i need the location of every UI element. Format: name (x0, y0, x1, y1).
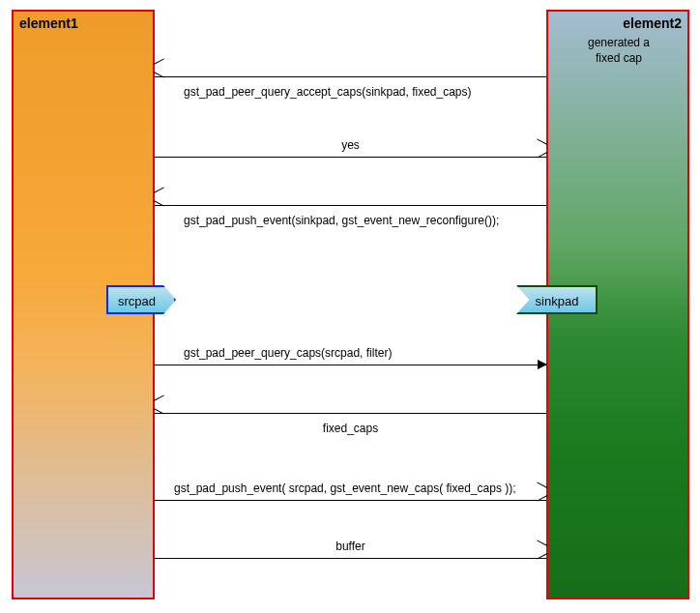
arrowhead-right-filled-icon (538, 360, 547, 369)
message-reconfigure: gst_pad_push_event(sinkpad, gst_event_ne… (155, 179, 546, 206)
note-line2: fixed cap (596, 51, 642, 65)
arrowhead-left-icon (154, 68, 165, 77)
arrow-line (155, 365, 546, 365)
arrow-line (155, 413, 546, 414)
pad-sink-label: sinkpad (536, 294, 579, 308)
arrow-line (155, 205, 546, 206)
message-yes: yes (155, 131, 546, 158)
arrowhead-left-icon (154, 404, 165, 414)
arrowhead-right-icon (536, 148, 547, 158)
lifeline-title-left: element1 (19, 15, 78, 31)
arrowhead-right-icon (536, 549, 547, 559)
message-fixed-caps: fixed_caps (155, 387, 546, 414)
pad-src-label: srcpad (118, 294, 156, 308)
pad-sinkpad: sinkpad (516, 285, 598, 314)
message-new-caps: gst_pad_push_event( srcpad, gst_event_ne… (155, 474, 546, 501)
arrow-line (155, 76, 546, 77)
arrow-line (155, 157, 546, 158)
note-generated-fixed-cap: generated a fixed cap (567, 35, 671, 66)
message-label: gst_pad_push_event( srcpad, gst_event_ne… (174, 482, 516, 495)
message-query-caps: gst_pad_peer_query_caps(srcpad, filter) (155, 338, 546, 365)
message-label: gst_pad_push_event(sinkpad, gst_event_ne… (184, 214, 499, 227)
arrowhead-right-icon (536, 491, 547, 501)
message-label: gst_pad_peer_query_accept_caps(sinkpad, … (184, 85, 472, 99)
sequence-diagram: element1 element2 generated a fixed cap … (0, 0, 700, 613)
message-label: gst_pad_peer_query_caps(srcpad, filter) (184, 346, 392, 360)
arrowhead-left-icon (154, 196, 165, 206)
arrow-line (155, 500, 546, 501)
message-label: yes (155, 138, 546, 152)
message-label: buffer (155, 540, 546, 553)
note-line1: generated a (588, 36, 650, 49)
message-label: fixed_caps (155, 422, 546, 435)
pad-srcpad: srcpad (106, 285, 176, 314)
arrow-line (155, 558, 546, 559)
message-accept-caps: gst_pad_peer_query_accept_caps(sinkpad, … (155, 50, 546, 77)
lifeline-title-right: element2 (623, 15, 682, 31)
message-buffer: buffer (155, 532, 546, 559)
